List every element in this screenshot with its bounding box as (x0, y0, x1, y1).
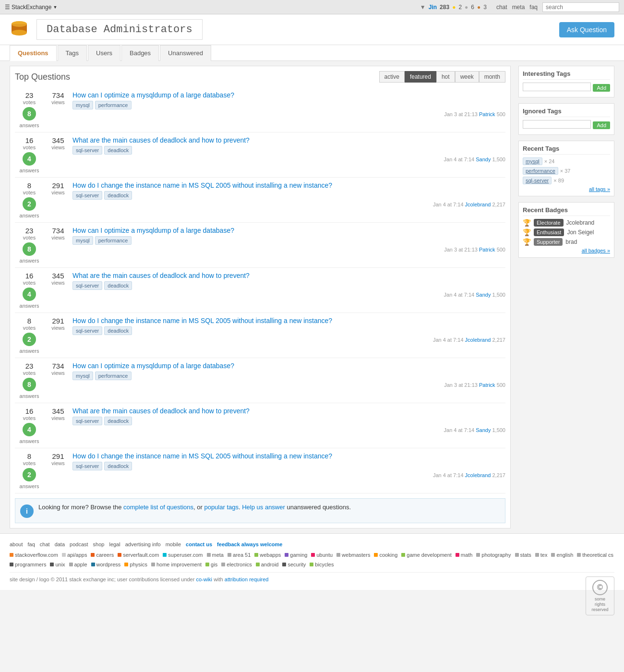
site-name-link[interactable]: electronics (227, 562, 252, 567)
site-name-link[interactable]: stats (520, 552, 531, 558)
brand-logo[interactable]: ☰ StackExchange ▼ (5, 4, 57, 11)
filter-hot[interactable]: hot (436, 71, 455, 83)
question-tag[interactable]: deadlock (104, 146, 132, 155)
site-name-link[interactable]: android (261, 562, 279, 567)
footer-link[interactable]: advertising info (125, 541, 161, 547)
site-name-link[interactable]: tex (540, 552, 548, 558)
site-name-link[interactable]: bicycles (315, 562, 334, 567)
footer-link[interactable]: data (55, 541, 65, 547)
site-name-link[interactable]: programmers (15, 562, 46, 567)
site-name-link[interactable]: physics (130, 562, 147, 567)
filter-featured[interactable]: featured (405, 71, 436, 83)
footer-link[interactable]: legal (109, 541, 120, 547)
site-name-link[interactable]: serverfault.com (123, 552, 159, 558)
question-author[interactable]: Patrick (479, 382, 495, 388)
question-author[interactable]: Sandy (476, 427, 491, 433)
site-name-link[interactable]: api/apps (67, 552, 87, 558)
tab-users[interactable]: Users (88, 45, 120, 61)
tag-link[interactable]: performance (523, 167, 558, 175)
site-name-link[interactable]: careers (96, 552, 114, 558)
question-author[interactable]: Sandy (476, 292, 491, 298)
question-tag[interactable]: mysql (72, 236, 93, 245)
question-tag[interactable]: performance (95, 236, 132, 245)
tab-unanswered[interactable]: Unanswered (160, 45, 211, 61)
question-tag[interactable]: deadlock (104, 281, 132, 290)
question-tag[interactable]: deadlock (104, 191, 132, 200)
site-name-link[interactable]: wordpress (96, 562, 121, 567)
question-title[interactable]: How can I optimize a mysqldump of a larg… (72, 91, 505, 99)
site-name-link[interactable]: gaming (290, 552, 307, 558)
footer-link[interactable]: shop (93, 541, 105, 547)
site-name-link[interactable]: english (556, 552, 573, 558)
site-name-link[interactable]: area 51 (233, 552, 251, 558)
question-tag[interactable]: mysql (72, 101, 93, 109)
interesting-tags-input[interactable] (523, 83, 591, 91)
question-tag[interactable]: performance (95, 372, 132, 380)
question-tag[interactable]: sql-server (72, 146, 102, 155)
ask-question-button[interactable]: Ask Question (559, 22, 614, 37)
question-author[interactable]: Patrick (479, 111, 495, 117)
help-answer-link[interactable]: Help us answer (242, 504, 285, 511)
ignored-tags-input[interactable] (523, 120, 591, 129)
filter-week[interactable]: week (455, 71, 479, 83)
site-name-link[interactable]: webapps (260, 552, 281, 558)
question-tag[interactable]: sql-server (72, 326, 102, 335)
footer-link[interactable]: feedback always welcome (217, 541, 282, 547)
site-name-link[interactable]: stackoverflow.com (15, 552, 58, 558)
question-title[interactable]: How can I optimize a mysqldump of a larg… (72, 227, 505, 234)
filter-month[interactable]: month (479, 71, 505, 83)
question-title[interactable]: What are the main causes of deadlock and… (72, 407, 505, 415)
site-name-link[interactable]: security (288, 562, 306, 567)
filter-active[interactable]: active (379, 71, 405, 83)
complete-list-link[interactable]: complete list of questions (123, 504, 193, 511)
question-title[interactable]: How do I change the instance name in MS … (72, 181, 505, 189)
site-name-link[interactable]: ubuntu (316, 552, 333, 558)
question-title[interactable]: How do I change the instance name in MS … (72, 452, 505, 460)
tag-link[interactable]: sql-server (523, 177, 552, 184)
footer-link[interactable]: podcast (70, 541, 88, 547)
all-tags-link[interactable]: all tags » (523, 186, 610, 192)
ignored-tags-add-button[interactable]: Add (593, 121, 610, 129)
question-author[interactable]: Sandy (476, 156, 491, 162)
question-author[interactable]: Jcolebrand (465, 337, 491, 343)
question-tag[interactable]: sql-server (72, 417, 102, 425)
footer-link[interactable]: contact us (186, 541, 212, 547)
site-name-link[interactable]: theoretical cs (582, 552, 613, 558)
question-tag[interactable]: deadlock (104, 417, 132, 425)
question-tag[interactable]: sql-server (72, 191, 102, 200)
tab-tags[interactable]: Tags (58, 45, 87, 61)
question-title[interactable]: How do I change the instance name in MS … (72, 317, 505, 324)
question-tag[interactable]: deadlock (104, 326, 132, 335)
search-input[interactable] (542, 2, 619, 12)
site-name-link[interactable]: photography (481, 552, 511, 558)
question-tag[interactable]: performance (95, 101, 132, 109)
footer-link[interactable]: about (10, 541, 23, 547)
site-name-link[interactable]: game development (407, 552, 452, 558)
question-title[interactable]: What are the main causes of deadlock and… (72, 136, 505, 144)
site-name-link[interactable]: webmasters (342, 552, 370, 558)
question-tag[interactable]: deadlock (104, 462, 132, 470)
popular-tags-link[interactable]: popular tags (204, 504, 239, 511)
question-author[interactable]: Jcolebrand (465, 472, 491, 478)
question-tag[interactable]: sql-server (72, 462, 102, 470)
nav-meta[interactable]: meta (512, 4, 525, 11)
site-name-link[interactable]: gis (211, 562, 217, 567)
footer-link[interactable]: faq (28, 541, 35, 547)
question-tag[interactable]: sql-server (72, 281, 102, 290)
footer-link[interactable]: chat (40, 541, 50, 547)
tab-questions[interactable]: Questions (10, 45, 57, 61)
co-wiki-link[interactable]: co-wiki (196, 576, 212, 582)
attribution-link[interactable]: attribution required (225, 576, 269, 582)
tag-link[interactable]: mysql (523, 157, 542, 165)
site-name-link[interactable]: math (461, 552, 472, 558)
question-title[interactable]: What are the main causes of deadlock and… (72, 272, 505, 279)
question-title[interactable]: How can I optimize a mysqldump of a larg… (72, 362, 505, 370)
site-name-link[interactable]: cooking (379, 552, 397, 558)
all-badges-link[interactable]: all badges » (523, 248, 610, 253)
question-tag[interactable]: mysql (72, 372, 93, 380)
username[interactable]: Jin (429, 4, 437, 11)
site-name-link[interactable]: superuser.com (168, 552, 203, 558)
site-name-link[interactable]: meta (212, 552, 224, 558)
interesting-tags-add-button[interactable]: Add (593, 84, 610, 92)
site-name-link[interactable]: home improvement (156, 562, 202, 567)
